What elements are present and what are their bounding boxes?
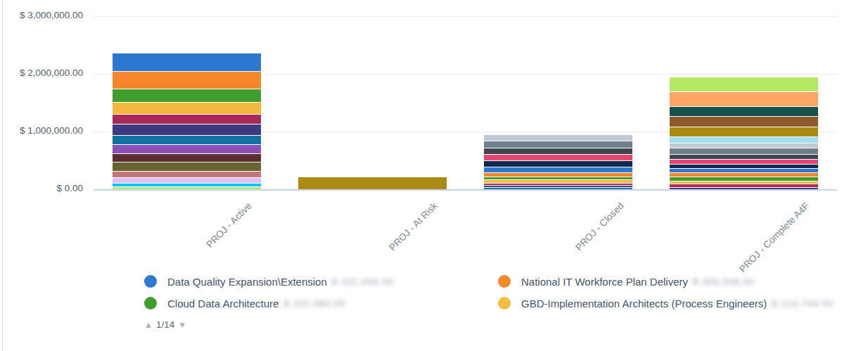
bar-segment[interactable] xyxy=(113,136,261,144)
legend-item-value-blurred: $ 232,960.00 xyxy=(283,298,345,309)
legend-color-dot xyxy=(498,275,511,288)
bar-segment[interactable] xyxy=(484,180,632,183)
bar-segment[interactable] xyxy=(484,155,632,160)
bar-segment[interactable] xyxy=(484,148,632,154)
bar-segment[interactable] xyxy=(113,125,261,135)
bar-segment[interactable] xyxy=(484,167,632,172)
bar-segment[interactable] xyxy=(670,188,818,189)
bar-segment[interactable] xyxy=(670,155,818,159)
legend-item[interactable]: GBD-Implementation Architects (Process E… xyxy=(498,295,834,311)
bar-segment[interactable] xyxy=(670,173,818,177)
legend-pager: ▲ 1/14 ▼ xyxy=(144,319,186,330)
panel-left-border xyxy=(2,0,3,351)
bar-segment[interactable] xyxy=(670,143,818,148)
bar-segment[interactable] xyxy=(484,177,632,179)
legend-item-label: Cloud Data Architecture xyxy=(167,298,279,309)
bar-segment[interactable] xyxy=(113,178,261,183)
legend-item[interactable]: National IT Workforce Plan Delivery$ 308… xyxy=(498,274,834,289)
bar-segment[interactable] xyxy=(113,184,261,186)
bar-segment[interactable] xyxy=(484,188,632,189)
bar-segment[interactable] xyxy=(670,127,818,136)
y-axis-tick-label: $ 1,000,000.00 xyxy=(0,125,83,136)
bar-segment[interactable] xyxy=(484,184,632,185)
bar-segment[interactable] xyxy=(670,77,818,91)
bar-segment[interactable] xyxy=(484,135,632,141)
bar-segment[interactable] xyxy=(484,161,632,167)
bar-segment[interactable] xyxy=(113,162,261,171)
x-axis-line xyxy=(94,189,837,191)
legend-item-label: GBD-Implementation Architects (Process E… xyxy=(521,298,767,309)
bar-segment[interactable] xyxy=(670,160,818,164)
bar-segment[interactable] xyxy=(670,92,818,106)
bar-segment[interactable] xyxy=(113,53,261,71)
bar-segment[interactable] xyxy=(113,115,261,124)
y-axis-tick-label: $ 0.00 xyxy=(0,183,83,193)
bar-segment[interactable] xyxy=(484,186,632,187)
bar-segment[interactable] xyxy=(298,177,447,189)
bar-segment[interactable] xyxy=(670,169,818,172)
legend-page-down-icon[interactable]: ▼ xyxy=(178,320,186,330)
stacked-bar[interactable] xyxy=(113,16,261,189)
legend-page-up-icon[interactable]: ▲ xyxy=(144,320,153,330)
y-axis-tick-label: $ 2,000,000.00 xyxy=(0,68,83,78)
bar-segment[interactable] xyxy=(113,187,261,189)
bar-segment[interactable] xyxy=(670,148,818,154)
bar-segment[interactable] xyxy=(113,172,261,177)
stacked-bar[interactable] xyxy=(670,16,818,189)
chart-panel: $ 3,000,000.00$ 2,000,000.00$ 1,000,000.… xyxy=(0,0,868,351)
legend-item-label: Data Quality Expansion\Extension xyxy=(167,276,327,288)
bar-segment[interactable] xyxy=(670,165,818,168)
bar-segment[interactable] xyxy=(113,72,261,89)
bar-segment[interactable] xyxy=(113,89,261,102)
bar-segment[interactable] xyxy=(484,141,632,148)
legend-color-dot xyxy=(498,297,511,309)
x-axis-label-text: PROJ - Closed xyxy=(573,200,625,253)
bar-segment[interactable] xyxy=(113,154,261,162)
x-axis-label-text: PROJ - At Risk xyxy=(387,200,439,253)
bar-segment[interactable] xyxy=(670,181,818,184)
legend-item[interactable]: Cloud Data Architecture$ 232,960.00 xyxy=(144,295,498,311)
stacked-bar[interactable] xyxy=(484,16,632,189)
bar-segment[interactable] xyxy=(113,103,261,114)
legend-item-label: National IT Workforce Plan Delivery xyxy=(521,276,688,288)
legend-color-dot xyxy=(144,297,157,309)
legend-color-dot xyxy=(144,275,157,288)
legend-item-value-blurred: $ 308,548.00 xyxy=(693,276,755,287)
bar-segment[interactable] xyxy=(670,107,818,116)
bar-segment[interactable] xyxy=(484,173,632,177)
bar-segment[interactable] xyxy=(670,177,818,181)
bar-segment[interactable] xyxy=(670,184,818,187)
x-axis-label-text: PROJ - Active xyxy=(205,200,254,250)
legend-item-value-blurred: $ 214,744.00 xyxy=(772,298,834,309)
chart-legend: Data Quality Expansion\Extension$ 322,04… xyxy=(144,274,834,311)
legend-item-value-blurred: $ 322,048.00 xyxy=(332,276,394,287)
bar-segment[interactable] xyxy=(113,145,261,153)
x-axis-label-text: PROJ - Complete A4F xyxy=(738,200,812,274)
legend-item[interactable]: Data Quality Expansion\Extension$ 322,04… xyxy=(144,274,498,289)
bar-segment[interactable] xyxy=(670,117,818,127)
bar-segment[interactable] xyxy=(670,137,818,143)
y-axis-tick-label: $ 3,000,000.00 xyxy=(0,10,83,20)
legend-page-indicator: 1/14 xyxy=(156,319,174,330)
stacked-bar[interactable] xyxy=(298,16,447,189)
